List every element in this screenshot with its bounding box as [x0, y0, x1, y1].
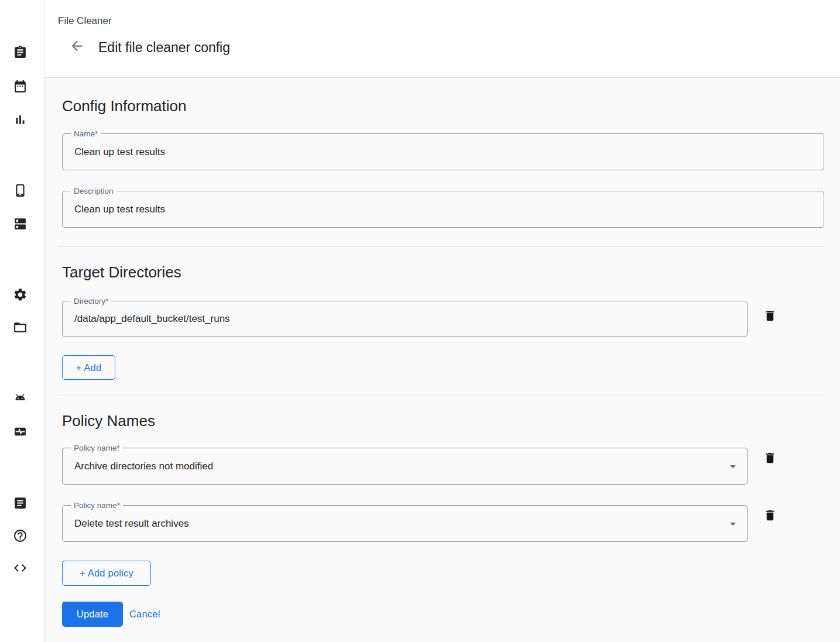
sidebar-item-tasks[interactable] — [12, 46, 28, 61]
sidebar-item-docs[interactable] — [12, 496, 28, 511]
policy-name-select-2[interactable]: Policy name* Delete test result archives — [62, 505, 748, 542]
activity-pulse-icon — [13, 424, 28, 441]
delete-policy-button-1[interactable] — [762, 451, 777, 466]
policy-name-value: Archive directories not modified — [74, 461, 213, 472]
cancel-button[interactable]: Cancel — [125, 602, 165, 627]
chevron-down-icon — [726, 517, 740, 531]
description-field-value: Clean up test results — [74, 204, 165, 215]
chevron-down-icon — [726, 459, 740, 473]
sidebar — [0, 0, 44, 642]
name-field[interactable]: Name* Clean up test results — [62, 133, 824, 170]
sidebar-item-servers[interactable] — [12, 217, 28, 232]
calendar-icon — [13, 79, 28, 95]
policy-names-heading: Policy Names — [62, 412, 155, 430]
name-field-value: Clean up test results — [74, 146, 165, 158]
help-icon — [13, 528, 28, 545]
sidebar-item-devices[interactable] — [12, 184, 28, 199]
policy-name-select-1[interactable]: Policy name* Archive directories not mod… — [62, 448, 748, 485]
folder-icon — [13, 320, 28, 337]
file-cleaner-screen: File Cleaner Edit file cleaner config Co… — [0, 0, 840, 642]
settings-gear-icon — [13, 287, 28, 304]
description-field[interactable]: Description Clean up test results — [62, 191, 824, 228]
sidebar-item-schedule[interactable] — [12, 80, 28, 95]
trash-icon — [763, 515, 777, 524]
bar-chart-icon — [13, 112, 28, 129]
article-icon — [13, 496, 28, 512]
sidebar-item-settings[interactable] — [12, 288, 28, 303]
target-directories-heading: Target Directories — [62, 263, 181, 281]
dns-icon — [13, 217, 28, 233]
sidebar-item-code[interactable] — [12, 561, 28, 576]
update-button[interactable]: Update — [62, 602, 123, 627]
arrow-back-icon — [69, 47, 85, 56]
delete-directory-button[interactable] — [762, 309, 777, 324]
directory-field-value: /data/app_default_bucket/test_runs — [74, 313, 230, 325]
sidebar-item-health[interactable] — [12, 425, 28, 440]
name-field-label: Name* — [71, 129, 101, 139]
sidebar-item-metrics[interactable] — [12, 113, 28, 128]
smartphone-icon — [13, 183, 28, 200]
config-information-heading: Config Information — [62, 97, 186, 115]
page-header: File Cleaner Edit file cleaner config — [44, 0, 840, 78]
policy-name-label: Policy name* — [71, 443, 123, 453]
page-title: Edit file cleaner config — [98, 39, 230, 56]
description-field-label: Description — [71, 186, 116, 196]
delete-policy-button-2[interactable] — [762, 509, 777, 524]
section-divider — [59, 246, 824, 247]
section-divider — [59, 396, 824, 396]
sidebar-item-files[interactable] — [12, 321, 28, 336]
android-icon — [13, 391, 28, 407]
add-policy-button[interactable]: + Add policy — [62, 561, 151, 586]
app-title: File Cleaner — [58, 15, 112, 27]
sidebar-item-help[interactable] — [12, 529, 28, 544]
directory-field-label: Directory* — [71, 296, 111, 306]
code-icon — [13, 561, 28, 577]
sidebar-item-android[interactable] — [12, 392, 28, 407]
directory-field[interactable]: Directory* /data/app_default_bucket/test… — [62, 301, 748, 337]
trash-icon — [763, 458, 777, 466]
clipboard-icon — [13, 45, 28, 61]
trash-icon — [763, 315, 777, 324]
policy-name-label: Policy name* — [71, 500, 123, 510]
policy-name-value: Delete test result archives — [74, 518, 189, 530]
add-directory-button[interactable]: + Add — [62, 355, 115, 380]
back-button[interactable] — [68, 38, 85, 56]
